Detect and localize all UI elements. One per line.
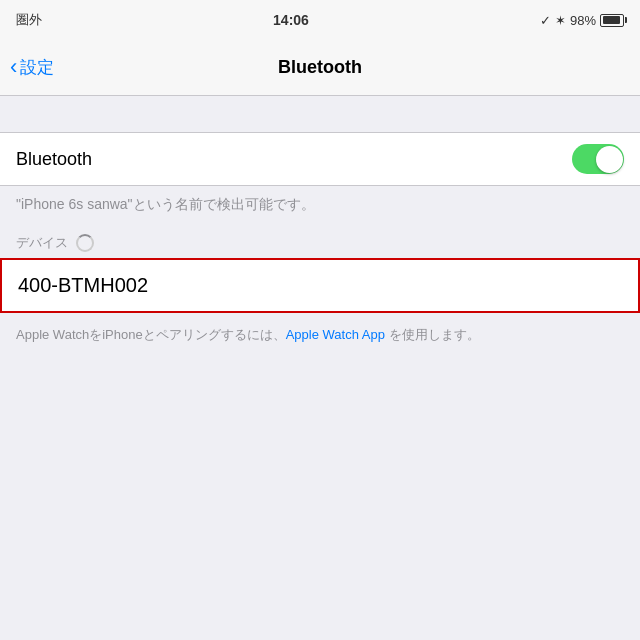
devices-header: デバイス [0,228,640,258]
toggle-thumb [596,146,623,173]
clock-label: 14:06 [273,12,309,28]
bluetooth-section: Bluetooth [0,132,640,186]
devices-label: デバイス [16,234,68,252]
battery-percent: 98% [570,13,596,28]
chevron-left-icon: ‹ [10,56,17,78]
apple-watch-text-before: Apple WatchをiPhoneとペアリングするには、 [16,327,286,342]
bluetooth-label: Bluetooth [16,149,92,170]
nav-bar: ‹ 設定 Bluetooth [0,40,640,96]
section-gap-top [0,96,640,132]
bluetooth-row: Bluetooth [0,133,640,185]
page-title: Bluetooth [278,57,362,78]
status-right-area: ✓ ✶ 98% [540,13,624,28]
device-row[interactable]: 400-BTMH002 [0,258,640,313]
status-bar: 圏外 14:06 ✓ ✶ 98% [0,0,640,40]
bluetooth-info-text: "iPhone 6s sanwa"という名前で検出可能です。 [0,186,640,228]
back-button[interactable]: ‹ 設定 [10,56,54,79]
loading-spinner [76,234,94,252]
battery-icon [600,14,624,27]
battery-fill [603,16,620,24]
bluetooth-toggle[interactable] [572,144,624,174]
bluetooth-status-icon: ✶ [555,13,566,28]
back-label: 設定 [20,56,54,79]
apple-watch-text-after: を使用します。 [389,327,480,342]
apple-watch-app-link[interactable]: Apple Watch App [286,327,385,342]
apple-watch-info: Apple WatchをiPhoneとペアリングするには、Apple Watch… [0,313,640,357]
carrier-label: 圏外 [16,11,42,29]
location-icon: ✓ [540,13,551,28]
device-name: 400-BTMH002 [18,274,148,297]
